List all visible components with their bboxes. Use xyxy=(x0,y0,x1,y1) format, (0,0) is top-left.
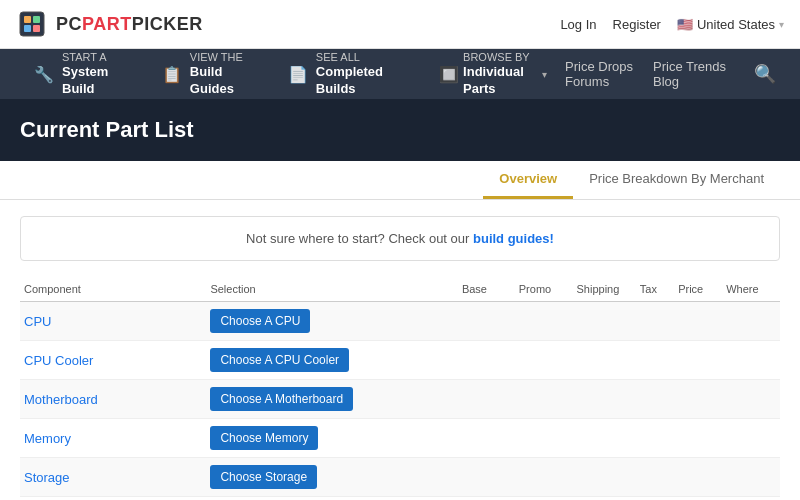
header-base: Base xyxy=(458,277,515,302)
cell-where xyxy=(722,302,780,341)
cell-price xyxy=(674,341,722,380)
nav-links-col1: Price Drops Forums xyxy=(565,59,633,89)
choose-button[interactable]: Choose A CPU Cooler xyxy=(210,348,349,372)
cell-promo xyxy=(515,302,573,341)
cell-promo xyxy=(515,458,573,497)
grid-icon: 🔲 xyxy=(439,65,459,84)
cell-where xyxy=(722,380,780,419)
cell-base xyxy=(458,497,515,501)
cell-shipping xyxy=(573,341,636,380)
flag-icon: 🇺🇸 xyxy=(677,17,693,32)
cell-shipping xyxy=(573,419,636,458)
parts-chevron-icon: ▾ xyxy=(542,69,547,80)
cell-promo xyxy=(515,341,573,380)
parts-table: Component Selection Base Promo Shipping … xyxy=(20,277,780,500)
nav-view-the-label: VIEW THE xyxy=(190,51,243,63)
logo-text: PCPARTPICKER xyxy=(56,14,203,35)
cell-shipping xyxy=(573,302,636,341)
cell-base xyxy=(458,458,515,497)
cell-tax xyxy=(636,497,674,501)
cell-where xyxy=(722,458,780,497)
nav-items: 🔧 START A System Build 📋 VIEW THE Build … xyxy=(16,49,565,99)
nav-item-build-guides[interactable]: 📋 VIEW THE Build Guides xyxy=(144,49,270,99)
table-row: CPUChoose A CPU xyxy=(20,302,780,341)
country-selector[interactable]: 🇺🇸 United States ▾ xyxy=(677,17,784,32)
cell-base xyxy=(458,419,515,458)
table-header: Component Selection Base Promo Shipping … xyxy=(20,277,780,302)
price-trends-link[interactable]: Price Trends xyxy=(653,59,726,74)
cell-base xyxy=(458,302,515,341)
nav-individual-parts-label: Individual Parts xyxy=(463,64,538,98)
svg-rect-2 xyxy=(33,16,40,23)
tab-price-breakdown[interactable]: Price Breakdown By Merchant xyxy=(573,161,780,199)
nav-item-individual-parts[interactable]: 🔲 BROWSE BY Individual Parts ▾ xyxy=(421,49,565,99)
search-button[interactable]: 🔍 xyxy=(746,59,784,89)
table-row: CPU CoolerChoose A CPU Cooler xyxy=(20,341,780,380)
choose-button[interactable]: Choose Memory xyxy=(210,426,318,450)
svg-rect-3 xyxy=(24,25,31,32)
top-header: PCPARTPICKER Log In Register 🇺🇸 United S… xyxy=(0,0,800,49)
cell-tax xyxy=(636,302,674,341)
build-guides-link[interactable]: build guides! xyxy=(473,231,554,246)
country-name: United States xyxy=(697,17,775,32)
nav-links-col2: Price Trends Blog xyxy=(653,59,726,89)
choose-button[interactable]: Choose Storage xyxy=(210,465,317,489)
cell-price xyxy=(674,380,722,419)
nav-build-guides-label: Build Guides xyxy=(190,64,252,98)
completed-icon: 📄 xyxy=(288,65,308,84)
cell-where xyxy=(722,341,780,380)
logo-pc: PC xyxy=(56,14,82,34)
nav-item-system-build[interactable]: 🔧 START A System Build xyxy=(16,49,144,99)
parts-section: Component Selection Base Promo Shipping … xyxy=(0,277,800,500)
component-link[interactable]: Storage xyxy=(24,470,70,485)
svg-rect-4 xyxy=(33,25,40,32)
component-link[interactable]: Motherboard xyxy=(24,392,98,407)
cell-where xyxy=(722,419,780,458)
header-promo: Promo xyxy=(515,277,573,302)
tab-overview[interactable]: Overview xyxy=(483,161,573,199)
nav-browse-by-label: BROWSE BY xyxy=(463,51,530,63)
logo-icon xyxy=(16,8,48,40)
cell-base xyxy=(458,341,515,380)
nav-see-all-label: SEE ALL xyxy=(316,51,360,63)
register-link[interactable]: Register xyxy=(613,17,661,32)
logo-area: PCPARTPICKER xyxy=(16,8,203,40)
cell-promo xyxy=(515,419,573,458)
cell-shipping xyxy=(573,497,636,501)
logo-part: PART xyxy=(82,14,132,34)
parts-tbody: CPUChoose A CPUCPU CoolerChoose A CPU Co… xyxy=(20,302,780,501)
chevron-down-icon: ▾ xyxy=(779,19,784,30)
page-title: Current Part List xyxy=(20,117,780,143)
login-link[interactable]: Log In xyxy=(560,17,596,32)
component-link[interactable]: CPU xyxy=(24,314,51,329)
cell-base xyxy=(458,380,515,419)
nav-item-completed-builds[interactable]: 📄 SEE ALL Completed Builds xyxy=(270,49,421,99)
cell-tax xyxy=(636,419,674,458)
document-icon: 📋 xyxy=(162,65,182,84)
cell-price xyxy=(674,419,722,458)
header-price: Price xyxy=(674,277,722,302)
blog-link[interactable]: Blog xyxy=(653,74,679,89)
forums-link[interactable]: Forums xyxy=(565,74,609,89)
cell-promo xyxy=(515,380,573,419)
nav-completed-builds-label: Completed Builds xyxy=(316,64,403,98)
search-icon: 🔍 xyxy=(754,64,776,84)
component-link[interactable]: CPU Cooler xyxy=(24,353,93,368)
price-drops-link[interactable]: Price Drops xyxy=(565,59,633,74)
choose-button[interactable]: Choose A Motherboard xyxy=(210,387,353,411)
cell-tax xyxy=(636,458,674,497)
cell-shipping xyxy=(573,458,636,497)
svg-rect-1 xyxy=(24,16,31,23)
nav-system-build-label: System Build xyxy=(62,64,126,98)
choose-button[interactable]: Choose A CPU xyxy=(210,309,310,333)
table-row: MotherboardChoose A Motherboard xyxy=(20,380,780,419)
header-shipping: Shipping xyxy=(573,277,636,302)
table-row: Video CardChoose A Video Card xyxy=(20,497,780,501)
cell-shipping xyxy=(573,380,636,419)
logo-picker: PICKER xyxy=(132,14,203,34)
component-link[interactable]: Memory xyxy=(24,431,71,446)
cell-price xyxy=(674,302,722,341)
cell-price xyxy=(674,458,722,497)
header-component: Component xyxy=(20,277,206,302)
nav-right: Price Drops Forums Price Trends Blog 🔍 xyxy=(565,59,784,89)
